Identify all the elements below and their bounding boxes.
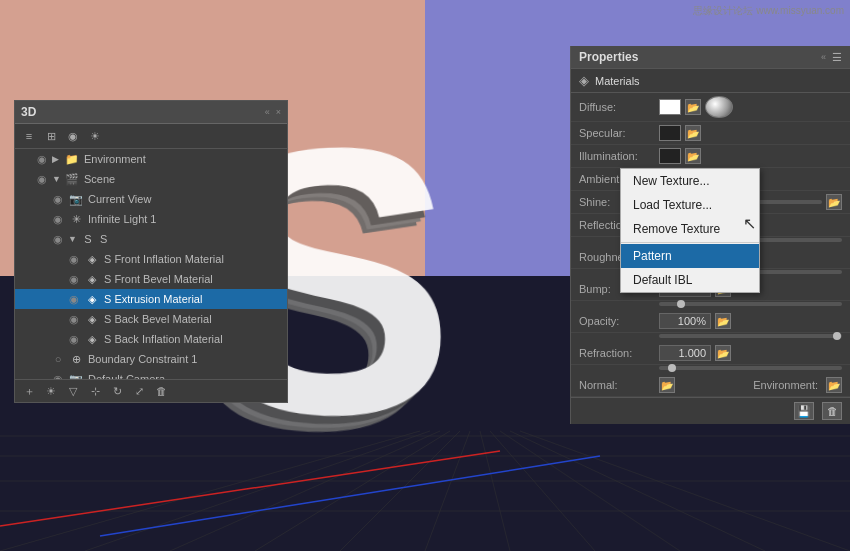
- opacity-folder-btn[interactable]: 📂: [715, 313, 731, 329]
- properties-bottom-bar: 💾 🗑: [571, 397, 850, 424]
- shine-folder-btn[interactable]: 📂: [826, 194, 842, 210]
- context-menu-item-load-texture[interactable]: Load Texture...: [621, 193, 759, 217]
- layer-environment[interactable]: ◉ ▶ 📁 Environment: [15, 149, 287, 169]
- refraction-folder-btn[interactable]: 📂: [715, 345, 731, 361]
- scene-icon: 🎬: [64, 172, 80, 186]
- properties-menu[interactable]: ☰: [832, 51, 842, 64]
- save-material-btn[interactable]: 💾: [794, 402, 814, 420]
- panel-3d-header: 3D « ×: [15, 101, 287, 124]
- light-layer-icon: ✳: [68, 212, 84, 226]
- eye-icon[interactable]: ◉: [65, 128, 81, 144]
- folder-icon: 📁: [64, 152, 80, 166]
- eye-boundary[interactable]: ○: [51, 352, 65, 366]
- specular-folder-btn[interactable]: 📂: [685, 125, 701, 141]
- layer-current-view[interactable]: ◉ 📷 Current View: [15, 189, 287, 209]
- properties-collapse[interactable]: «: [821, 52, 826, 62]
- label-boundary: Boundary Constraint 1: [88, 353, 197, 365]
- label-s-back-bevel: S Back Bevel Material: [104, 313, 212, 325]
- layer-s[interactable]: ◉ ▼ S S: [15, 229, 287, 249]
- s-3d-icon: S: [80, 232, 96, 246]
- illumination-label: Illumination:: [579, 150, 659, 162]
- eye-environment[interactable]: ◉: [35, 152, 49, 166]
- opacity-input[interactable]: [659, 313, 711, 329]
- light-icon[interactable]: ☀: [87, 128, 103, 144]
- context-menu-item-pattern[interactable]: Pattern: [621, 244, 759, 268]
- refraction-value: 📂: [659, 345, 842, 361]
- expand-scene[interactable]: ▼: [52, 174, 62, 184]
- delete-material-btn[interactable]: 🗑: [822, 402, 842, 420]
- expand-environment[interactable]: ▶: [52, 154, 62, 164]
- specular-swatch[interactable]: [659, 125, 681, 141]
- eye-s-front-inflation[interactable]: ◉: [67, 252, 81, 266]
- layer-scene[interactable]: ◉ ▼ 🎬 Scene: [15, 169, 287, 189]
- list-icon[interactable]: ≡: [21, 128, 37, 144]
- refraction-slider-thumb[interactable]: [668, 364, 676, 372]
- layer-s-back-bevel[interactable]: ◉ ◈ S Back Bevel Material: [15, 309, 287, 329]
- specular-value: 📂: [659, 125, 842, 141]
- bump-slider[interactable]: [659, 302, 842, 306]
- context-menu-item-remove-texture[interactable]: Remove Texture: [621, 217, 759, 241]
- eye-default-camera[interactable]: ◉: [51, 372, 65, 379]
- eye-s[interactable]: ◉: [51, 232, 65, 246]
- layer-boundary[interactable]: ○ ⊕ Boundary Constraint 1: [15, 349, 287, 369]
- normal-folder-btn[interactable]: 📂: [659, 377, 675, 393]
- eye-s-front-bevel[interactable]: ◉: [67, 272, 81, 286]
- illumination-swatch[interactable]: [659, 148, 681, 164]
- camera-icon: 📷: [68, 192, 84, 206]
- normal-value: 📂 Environment: 📂: [659, 377, 842, 393]
- layer-s-front-bevel[interactable]: ◉ ◈ S Front Bevel Material: [15, 269, 287, 289]
- rotate-icon[interactable]: ↻: [109, 383, 125, 399]
- layer-s-extrusion[interactable]: ◉ ◈ S Extrusion Material: [15, 289, 287, 309]
- environment-folder-btn[interactable]: 📂: [826, 377, 842, 393]
- diffuse-label: Diffuse:: [579, 101, 659, 113]
- materials-tab[interactable]: Materials: [595, 75, 640, 87]
- eye-s-extrusion[interactable]: ◉: [67, 292, 81, 306]
- diffuse-folder-btn[interactable]: 📂: [685, 99, 701, 115]
- context-menu-item-default-ibl[interactable]: Default IBL: [621, 268, 759, 292]
- light-add-icon[interactable]: ☀: [43, 383, 59, 399]
- opacity-value: 📂: [659, 313, 842, 329]
- layer-s-back-inflation[interactable]: ◉ ◈ S Back Inflation Material: [15, 329, 287, 349]
- panel-3d-collapse[interactable]: «: [265, 107, 270, 117]
- default-camera-icon: 📷: [68, 372, 84, 379]
- diffuse-swatch[interactable]: [659, 99, 681, 115]
- context-menu-separator: [621, 242, 759, 243]
- layer-s-front-inflation[interactable]: ◉ ◈ S Front Inflation Material: [15, 249, 287, 269]
- label-s-front-bevel: S Front Bevel Material: [104, 273, 213, 285]
- filter-icon[interactable]: ▽: [65, 383, 81, 399]
- eye-s-back-bevel[interactable]: ◉: [67, 312, 81, 326]
- eye-s-back-inflation[interactable]: ◉: [67, 332, 81, 346]
- prop-row-diffuse: Diffuse: 📂: [571, 93, 850, 122]
- eye-scene[interactable]: ◉: [35, 172, 49, 186]
- context-menu-item-new-texture[interactable]: New Texture...: [621, 169, 759, 193]
- opacity-slider[interactable]: [659, 334, 842, 338]
- move-icon[interactable]: ⊹: [87, 383, 103, 399]
- label-s-front-inflation: S Front Inflation Material: [104, 253, 224, 265]
- label-s: S: [100, 233, 107, 245]
- svg-line-10: [520, 431, 850, 551]
- label-default-camera: Default Camera: [88, 373, 165, 379]
- panel-3d-header-icons: « ×: [265, 107, 281, 117]
- refraction-input[interactable]: [659, 345, 711, 361]
- context-menu: New Texture... Load Texture... Remove Te…: [620, 168, 760, 293]
- refraction-slider[interactable]: [659, 366, 842, 370]
- scale-icon[interactable]: ⤢: [131, 383, 147, 399]
- label-scene: Scene: [84, 173, 115, 185]
- illumination-folder-btn[interactable]: 📂: [685, 148, 701, 164]
- opacity-slider-thumb[interactable]: [833, 332, 841, 340]
- panel-3d-title: 3D: [21, 105, 36, 119]
- normal-label: Normal:: [579, 379, 659, 391]
- panel-3d-close[interactable]: ×: [276, 107, 281, 117]
- delete-layer-icon[interactable]: 🗑: [153, 383, 169, 399]
- expand-s[interactable]: ▼: [68, 234, 78, 244]
- prop-row-normal: Normal: 📂 Environment: 📂: [571, 374, 850, 397]
- layer-infinite-light[interactable]: ◉ ✳ Infinite Light 1: [15, 209, 287, 229]
- refraction-label: Refraction:: [579, 347, 659, 359]
- bump-slider-thumb[interactable]: [677, 300, 685, 308]
- layer-default-camera[interactable]: ◉ 📷 Default Camera: [15, 369, 287, 379]
- add-layer-icon[interactable]: ＋: [21, 383, 37, 399]
- eye-infinite-light[interactable]: ◉: [51, 212, 65, 226]
- grid-icon[interactable]: ⊞: [43, 128, 59, 144]
- eye-current-view[interactable]: ◉: [51, 192, 65, 206]
- label-infinite-light: Infinite Light 1: [88, 213, 157, 225]
